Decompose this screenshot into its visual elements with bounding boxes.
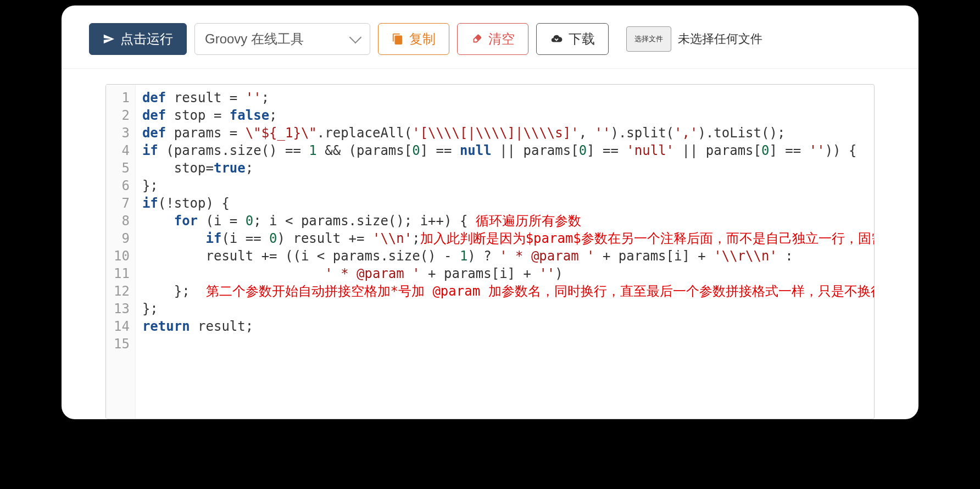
line-number: 1 <box>114 89 130 107</box>
line-number: 4 <box>114 142 130 159</box>
language-select[interactable]: Groovy 在线工具 <box>194 23 370 55</box>
cloud-download-icon <box>550 33 563 45</box>
code-editor[interactable]: 123456789101112131415 def result = '';de… <box>105 84 875 419</box>
line-number: 11 <box>114 265 130 282</box>
line-number: 5 <box>114 159 130 177</box>
line-number: 6 <box>114 177 130 195</box>
chevron-down-icon <box>349 31 362 44</box>
download-label: 下载 <box>569 30 595 48</box>
file-picker: 选择文件 未选择任何文件 <box>626 26 769 52</box>
line-number: 9 <box>114 230 130 247</box>
line-number: 3 <box>114 124 130 142</box>
paper-plane-icon <box>103 33 115 45</box>
toolbar: 点击运行 Groovy 在线工具 复制 清空 下载 选择文件 未选 <box>62 5 918 69</box>
copy-button[interactable]: 复制 <box>378 23 449 55</box>
copy-icon <box>392 33 404 45</box>
line-gutter: 123456789101112131415 <box>106 85 136 419</box>
line-number: 7 <box>114 195 130 212</box>
language-select-label: Groovy 在线工具 <box>205 30 304 48</box>
run-button[interactable]: 点击运行 <box>89 23 187 55</box>
eraser-icon <box>471 33 483 45</box>
run-label: 点击运行 <box>120 30 173 48</box>
copy-label: 复制 <box>409 30 436 48</box>
file-status-label: 未选择任何文件 <box>671 26 769 52</box>
app-window: 点击运行 Groovy 在线工具 复制 清空 下载 选择文件 未选 <box>62 5 918 419</box>
line-number: 12 <box>114 282 130 300</box>
clear-button[interactable]: 清空 <box>457 23 528 55</box>
line-number: 14 <box>114 318 130 335</box>
code-area[interactable]: def result = '';def stop = false;def par… <box>136 85 874 419</box>
line-number: 2 <box>114 107 130 124</box>
line-number: 8 <box>114 212 130 230</box>
editor-container: 123456789101112131415 def result = '';de… <box>62 69 918 419</box>
line-number: 15 <box>114 335 130 353</box>
download-button[interactable]: 下载 <box>536 23 609 55</box>
clear-label: 清空 <box>488 30 515 48</box>
line-number: 10 <box>114 247 130 265</box>
choose-file-button[interactable]: 选择文件 <box>626 26 671 52</box>
line-number: 13 <box>114 300 130 318</box>
